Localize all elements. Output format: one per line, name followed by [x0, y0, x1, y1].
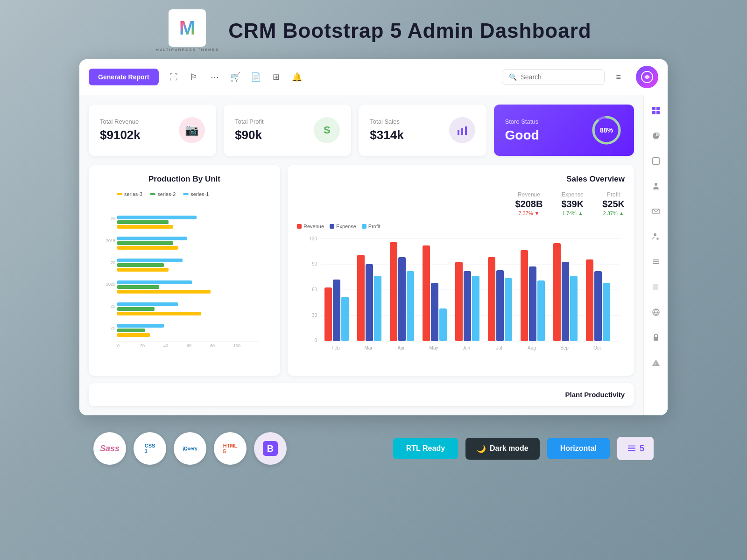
sidebar-icon-list[interactable]: [648, 254, 664, 270]
bell-icon[interactable]: 🔔: [289, 70, 304, 84]
production-chart-title: Production By Unit: [98, 175, 271, 184]
dark-mode-button[interactable]: 🌙 Dark mode: [465, 438, 540, 460]
sales-stats-row: Revenue $208B 7.37% ▼ Expense $39K 1.74%…: [297, 191, 625, 216]
svg-rect-67: [488, 257, 495, 341]
svg-rect-11: [117, 237, 187, 240]
charts-row: Production By Unit series-3 series-2: [89, 165, 634, 376]
badge-jquery: jQuery: [174, 432, 206, 465]
file-icon[interactable]: 📄: [248, 70, 263, 84]
svg-rect-2: [461, 128, 463, 135]
svg-rect-7: [117, 216, 197, 219]
svg-rect-17: [117, 268, 169, 272]
svg-point-90: [654, 233, 656, 236]
store-status-progress: 88%: [590, 114, 623, 147]
legend-series1: series-1: [183, 191, 209, 197]
svg-text:120: 120: [309, 236, 317, 241]
sidebar-icon-mail[interactable]: [648, 203, 664, 219]
svg-rect-102: [628, 448, 635, 449]
number-button[interactable]: 5: [617, 437, 654, 460]
svg-rect-63: [455, 262, 463, 341]
legend-revenue-label: Revenue: [303, 224, 324, 229]
legend-revenue: Revenue: [297, 224, 324, 229]
kpi-revenue-label: Total Revenue: [100, 118, 141, 125]
legend-label-s2: series-2: [157, 191, 176, 197]
sidebar-icon-globe[interactable]: [648, 304, 664, 320]
logo-subtitle: MULTIPURPOSE THEMES: [155, 48, 219, 52]
svg-text:40: 40: [163, 343, 168, 348]
bottom-section: Plant Productivity: [89, 383, 634, 406]
kpi-revenue-value: $9102k: [100, 128, 141, 142]
grid-icon[interactable]: ⊞: [269, 70, 284, 84]
sidebar-icon-alert[interactable]: !: [648, 355, 664, 371]
svg-rect-51: [357, 255, 365, 341]
sidebar-icon-person[interactable]: [648, 178, 664, 194]
legend-dot-s2: [150, 193, 155, 195]
svg-rect-81: [603, 283, 610, 341]
number-label: 5: [640, 444, 644, 454]
kpi-sales-label: Total Sales: [370, 118, 403, 125]
search-input[interactable]: [521, 73, 598, 81]
svg-rect-47: [324, 287, 332, 341]
svg-text:20: 20: [111, 326, 115, 330]
svg-rect-59: [423, 245, 430, 341]
svg-rect-61: [439, 308, 447, 341]
generate-report-button[interactable]: Generate Report: [89, 69, 159, 85]
legend-profit-label: Profit: [368, 224, 381, 229]
sidebar-icon-grid[interactable]: [648, 103, 664, 119]
svg-rect-60: [431, 283, 438, 341]
expand-icon[interactable]: ⛶: [166, 70, 181, 84]
svg-text:0: 0: [314, 338, 317, 343]
legend-series2: series-2: [150, 191, 176, 197]
svg-text:20: 20: [111, 260, 115, 265]
svg-rect-27: [117, 324, 164, 328]
stat-revenue: Revenue $208B 7.37% ▼: [515, 191, 543, 216]
svg-text:60: 60: [187, 343, 191, 348]
sidebar-icon-square[interactable]: [648, 153, 664, 169]
flag-icon[interactable]: 🏳: [187, 70, 202, 84]
svg-rect-49: [341, 297, 349, 341]
svg-rect-79: [586, 259, 593, 341]
sidebar-icon-book[interactable]: [648, 279, 664, 295]
sales-overview-card: Sales Overview Revenue $208B 7.37% ▼ Exp…: [288, 165, 634, 376]
dots-icon[interactable]: ⋯: [207, 70, 222, 84]
hamburger-icon[interactable]: ≡: [616, 72, 621, 82]
svg-rect-80: [594, 271, 602, 341]
svg-text:Aug: Aug: [528, 345, 536, 350]
svg-text:Sep: Sep: [560, 345, 569, 350]
legend-label-s3: series-3: [124, 191, 142, 197]
kpi-total-sales: Total Sales $314k: [359, 105, 486, 156]
cart-icon[interactable]: 🛒: [228, 70, 243, 84]
svg-rect-85: [652, 111, 655, 114]
svg-text:Oct: Oct: [593, 345, 601, 350]
stat-expense-change: 1.74% ▲: [561, 210, 584, 216]
sidebar-icon-person-add[interactable]: [648, 229, 664, 245]
svg-text:60: 60: [312, 287, 317, 292]
svg-rect-94: [653, 261, 659, 262]
horizontal-button[interactable]: Horizontal: [547, 438, 610, 459]
svg-text:May: May: [430, 345, 438, 350]
svg-rect-57: [407, 271, 414, 341]
svg-text:20: 20: [140, 343, 145, 348]
legend-expense: Expense: [330, 224, 356, 229]
nav-icons: ⛶ 🏳 ⋯ 🛒 📄 ⊞ 🔔: [166, 70, 495, 84]
svg-rect-52: [366, 264, 373, 341]
stat-profit-label: Profit: [602, 191, 625, 198]
svg-text:2018: 2018: [106, 238, 115, 243]
svg-rect-23: [117, 302, 178, 306]
sidebar-icon-pie[interactable]: [648, 128, 664, 144]
sidebar-icon-lock[interactable]: [648, 329, 664, 345]
moon-icon: 🌙: [477, 444, 486, 453]
stat-profit-value: $25K: [602, 199, 625, 210]
kpi-store-status: Store Status Good 88%: [494, 105, 634, 156]
svg-rect-84: [656, 107, 660, 110]
sales-overview-title: Sales Overview: [297, 175, 625, 184]
rtl-ready-button[interactable]: RTL Ready: [393, 438, 458, 459]
svg-rect-9: [117, 225, 173, 229]
store-pct-text: 88%: [600, 126, 613, 134]
top-nav: Generate Report ⛶ 🏳 ⋯ 🛒 📄 ⊞ 🔔 🔍 ≡: [79, 59, 668, 95]
legend-sq-expense: [330, 224, 334, 229]
svg-text:Jul: Jul: [496, 345, 502, 350]
svg-rect-53: [374, 276, 381, 341]
right-sidebar: !: [643, 95, 668, 415]
svg-text:2020: 2020: [106, 282, 115, 287]
